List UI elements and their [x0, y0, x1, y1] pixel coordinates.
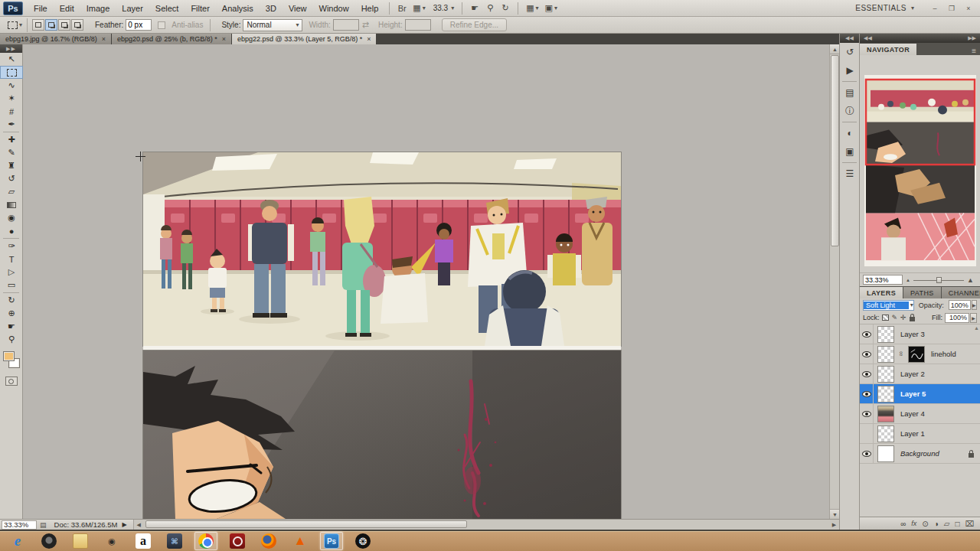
layer-row[interactable]: ∞ linehold	[860, 344, 980, 364]
eyedropper-tool[interactable]: ✒	[0, 118, 23, 131]
type-tool[interactable]: T	[0, 253, 23, 266]
visibility-toggle[interactable]	[860, 364, 874, 384]
panel-menu-icon[interactable]: ≡	[968, 47, 980, 55]
zoom-tool-shortcut-icon[interactable]: ⚲	[482, 2, 498, 15]
history-panel-icon[interactable]: ↺	[840, 43, 860, 61]
scroll-left-icon[interactable]: ◀	[134, 520, 144, 530]
lock-all-icon[interactable]	[910, 317, 915, 321]
restore-button[interactable]: ❐	[945, 2, 959, 15]
layer-row[interactable]: Layer 3	[860, 324, 980, 344]
brush-tool[interactable]: ✎	[0, 146, 23, 159]
menu-view[interactable]: View	[283, 0, 313, 17]
layer-thumbnail[interactable]	[877, 366, 894, 383]
new-group-icon[interactable]: ▱	[944, 520, 950, 528]
photoshop-taskbar-icon[interactable]: Ps	[320, 532, 343, 550]
layer-row[interactable]: Layer 2	[860, 364, 980, 384]
crop-tool[interactable]: #	[0, 105, 23, 118]
zoom-level-value[interactable]: 33.3	[432, 4, 449, 12]
zoom-tool[interactable]: ⚲	[0, 333, 23, 346]
navigator-zoom-slider[interactable]	[913, 276, 964, 284]
rectangle-shape-tool[interactable]: ▭	[0, 279, 23, 292]
tab-layers[interactable]: LAYERS	[860, 287, 903, 298]
expand-dock-icon[interactable]: ▶▶	[968, 35, 976, 41]
menu-file[interactable]: File	[28, 0, 54, 17]
quick-mask-button[interactable]	[5, 377, 18, 386]
document-tab[interactable]: ebpg20.psd @ 25% (b, RGB/8) * ×	[112, 34, 232, 44]
view-extras-icon[interactable]: ▦▾	[410, 2, 428, 15]
layer-row[interactable]: Layer 5	[860, 384, 980, 404]
layer-thumbnail[interactable]	[877, 326, 894, 343]
visibility-toggle[interactable]	[860, 344, 874, 364]
layer-thumbnail[interactable]	[877, 346, 894, 363]
layer-name[interactable]: linehold	[931, 350, 977, 358]
menu-analysis[interactable]: Analysis	[216, 0, 260, 17]
document-tab[interactable]: ebpg22.psd @ 33.3% (Layer 5, RGB/8) * ×	[232, 34, 377, 44]
tab-close-icon[interactable]: ×	[222, 35, 226, 43]
scroll-right-icon[interactable]: ▶	[829, 520, 839, 530]
workspace-switcher[interactable]: ESSENTIALS▾	[849, 2, 917, 15]
info-panel-icon[interactable]: ⓘ	[840, 102, 860, 120]
layer-thumbnail[interactable]	[877, 386, 894, 403]
canvas-workspace[interactable]: ▲ ▼	[23, 44, 839, 519]
new-selection-icon[interactable]	[32, 19, 44, 31]
lock-position-icon[interactable]: ✛	[900, 314, 906, 321]
healing-brush-tool[interactable]: ✚	[0, 133, 23, 146]
blur-tool[interactable]: ◉	[0, 211, 23, 224]
status-zoom-field[interactable]: 33.33%	[2, 520, 37, 530]
3d-orbit-tool[interactable]: ⊕	[0, 307, 23, 320]
layer-row[interactable]: Layer 4	[860, 404, 980, 424]
power-app-icon[interactable]	[226, 532, 249, 550]
layer-row[interactable]: Background	[860, 444, 980, 464]
clone-stamp-tool[interactable]: ♜	[0, 159, 23, 172]
style-select[interactable]: Normal ▾	[243, 19, 302, 31]
firefox-icon[interactable]	[257, 532, 280, 550]
layer-row[interactable]: Layer 1	[860, 424, 980, 444]
layer-name[interactable]: Layer 2	[900, 370, 977, 378]
tab-paths[interactable]: PATHS	[903, 287, 942, 298]
utility-app-icon[interactable]: ⌘	[163, 532, 186, 550]
clone-source-panel-icon[interactable]: ☰	[840, 165, 860, 183]
menu-3d[interactable]: 3D	[260, 0, 283, 17]
layer-thumbnail[interactable]	[877, 425, 894, 442]
pen-tool[interactable]: ✑	[0, 240, 23, 253]
history-brush-tool[interactable]: ↺	[0, 172, 23, 185]
rectangular-marquee-tool[interactable]	[0, 66, 23, 79]
rotate-view-icon[interactable]: ↻	[498, 2, 513, 15]
layer-name[interactable]: Layer 3	[900, 330, 977, 338]
lock-pixels-icon[interactable]: ✎	[892, 314, 898, 321]
refine-edge-button[interactable]: Refine Edge...	[442, 18, 507, 31]
opacity-spinner-icon[interactable]: ▶	[972, 300, 977, 310]
subtract-from-selection-icon[interactable]	[58, 19, 70, 31]
menu-image[interactable]: Image	[80, 0, 116, 17]
menu-select[interactable]: Select	[149, 0, 185, 17]
layer-name[interactable]: Layer 4	[900, 409, 977, 418]
navigator-zoom-input[interactable]	[863, 275, 903, 285]
arrange-documents-icon[interactable]: ▦▾	[523, 2, 541, 15]
horizontal-scrollbar[interactable]: ◀ ▶	[133, 520, 839, 530]
histogram-panel-icon[interactable]: ▤	[840, 83, 860, 102]
media-player-icon[interactable]	[38, 532, 60, 550]
document-tab[interactable]: ebpg19.jpg @ 16.7% (RGB/8) ×	[0, 34, 112, 44]
palette-collapse-handle[interactable]: ▶▶	[0, 44, 22, 53]
bridge-launcher-icon[interactable]: Br	[394, 2, 410, 15]
tab-close-icon[interactable]: ×	[102, 35, 106, 43]
vlc-icon[interactable]: ▲	[289, 532, 312, 550]
layer-mask-thumbnail[interactable]	[908, 346, 925, 363]
layer-style-icon[interactable]: fx	[911, 520, 916, 527]
visibility-toggle[interactable]	[860, 324, 874, 344]
path-selection-tool[interactable]: ▷	[0, 266, 23, 279]
new-layer-icon[interactable]: □	[955, 520, 959, 528]
dodge-tool[interactable]: ●	[0, 224, 23, 237]
opacity-value[interactable]: 100%	[949, 300, 971, 310]
layer-name[interactable]: Layer 5	[900, 390, 977, 398]
hand-tool[interactable]: ☛	[0, 320, 23, 333]
masks-panel-icon[interactable]: ▣	[840, 142, 860, 161]
tool-preset-picker[interactable]: ▾	[3, 18, 28, 32]
layer-thumbnail[interactable]	[877, 406, 894, 422]
close-button[interactable]: ×	[962, 2, 975, 15]
horizontal-scroll-thumb[interactable]	[145, 520, 467, 528]
gradient-tool[interactable]	[0, 198, 23, 211]
scroll-up-icon[interactable]: ▲	[830, 44, 839, 54]
add-layer-mask-icon[interactable]: ⊙	[922, 520, 928, 528]
menu-filter[interactable]: Filter	[185, 0, 215, 17]
